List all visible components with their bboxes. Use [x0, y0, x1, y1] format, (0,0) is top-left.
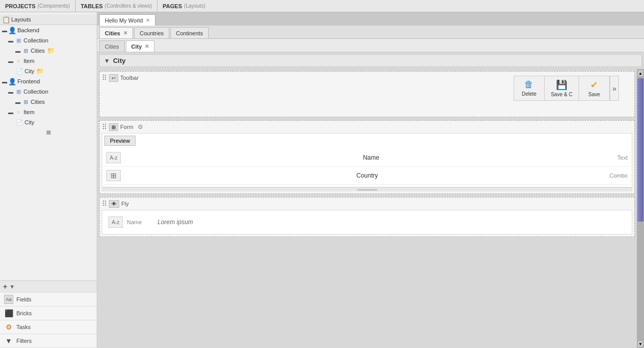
tasks-icon: ⚙	[4, 322, 13, 332]
frontend-cities-collapse: ▬	[15, 99, 20, 105]
tab2-countries-label: Countries	[140, 30, 164, 36]
frontend-collection-item[interactable]: ▬ ⊞ Collection	[0, 86, 97, 97]
filters-icon: ▼	[4, 336, 13, 345]
backend-section: ▬ 👤 Backend ▬ ⊞ Collection	[0, 25, 97, 76]
bricks-icon: ⬛	[4, 309, 13, 318]
backend-item[interactable]: ▬ 👤 Backend	[0, 25, 97, 35]
fields-label: Fields	[16, 296, 31, 302]
tab-countries[interactable]: Countries	[134, 27, 169, 38]
frontend-collection-label: Collection	[24, 89, 48, 95]
backend-collection-item[interactable]: ▬ ⊞ Collection	[0, 35, 97, 46]
field-name-label: Name	[125, 154, 617, 161]
layouts-header[interactable]: 📋 Layouts	[0, 14, 97, 25]
tab-cities-sub[interactable]: Cities	[99, 40, 125, 52]
cities-folder-icon: 📁	[47, 47, 55, 55]
main-scroll[interactable]: ⠿ ↩ Toolbar 🗑 Delete 💾	[97, 69, 637, 348]
item-icon: ○	[14, 57, 23, 65]
frontend-collapse-icon: ▬	[2, 79, 7, 84]
fly-icon: 👁	[109, 200, 119, 208]
tab-bar-2: Cities ✕ Countries Continents	[97, 26, 644, 39]
cities-item-frontend[interactable]: ▬ ⊞ Cities	[0, 97, 97, 107]
delete-button[interactable]: 🗑 Delete	[514, 76, 545, 100]
form-header: ⠿ ⊞ Form ⚙	[102, 123, 632, 131]
dropdown-arrow[interactable]: ▼	[9, 284, 15, 290]
pages-label: PAGES	[163, 3, 182, 9]
toolbar-icon: ↩	[109, 74, 118, 82]
form-scroll-indicator	[357, 189, 377, 191]
item-label-backend: Item	[24, 58, 34, 64]
save-button[interactable]: ✔ Save	[579, 76, 610, 100]
item-label-frontend: Item	[24, 109, 34, 115]
vertical-scrollbar[interactable]: ▲ ▼	[637, 69, 644, 348]
frontend-cities-icon: ⊞	[21, 98, 30, 106]
cities-item-backend[interactable]: ▬ ⊞ Cities 📁	[0, 46, 97, 56]
backend-item-section: ▬ ○ Item 📄 City 📁	[0, 56, 97, 76]
backend-icon: 👤	[8, 26, 16, 34]
delete-icon: 🗑	[524, 79, 534, 90]
save-close-icon: 💾	[556, 79, 567, 91]
cities-db-icon: ⊞	[21, 47, 30, 55]
frontend-collection: ▬ ⊞ Collection ▬ ⊞ Cities	[0, 86, 97, 107]
frontend-section: ▬ 👤 Frontend ▬ ⊞ Collection	[0, 76, 97, 127]
form-bottom-bar	[102, 187, 632, 191]
layouts-label: Layouts	[11, 16, 31, 23]
projects-section: PROJECTS (Components)	[0, 0, 76, 12]
collection-icon: ⊞	[14, 36, 23, 45]
backend-label: Backend	[17, 27, 39, 33]
fields-item[interactable]: Aa Fields	[0, 293, 97, 307]
city-item-backend[interactable]: 📄 City 📁	[0, 66, 97, 76]
form-settings-icon: ⚙	[138, 123, 143, 130]
tasks-item[interactable]: ⚙ Tasks	[0, 320, 97, 334]
frontend-item-row[interactable]: ▬ ○ Item	[0, 107, 97, 117]
add-button[interactable]: +	[3, 282, 7, 291]
form-drag-icon: ⠿	[102, 123, 107, 131]
tab3-city-close[interactable]: ✕	[145, 44, 149, 49]
form-inner: Preview A-z Name Text ⊞ Country	[102, 133, 632, 187]
tab-bar-3: Cities City ✕	[97, 39, 644, 52]
scroll-down-arrow[interactable]: ▼	[637, 340, 643, 347]
scroll-thumb[interactable]	[637, 78, 643, 222]
frontend-icon: 👤	[8, 77, 16, 85]
tab-bar-1: Hello My World ✕	[97, 12, 644, 26]
dot-divider	[0, 127, 97, 138]
city-header: ▼ City	[99, 54, 642, 67]
city-item-frontend[interactable]: 📄 City	[0, 117, 97, 127]
fly-header: ⠿ 👁 Fly	[102, 200, 632, 208]
bricks-item[interactable]: ⬛ Bricks	[0, 307, 97, 320]
field-name-icon: A-z	[106, 152, 121, 163]
fields-icon: Aa	[4, 295, 13, 304]
tab1-label: Hello My World	[105, 17, 143, 24]
fly-field-row: A-z Name Lorem ipsum	[106, 214, 628, 230]
content-area: Hello My World ✕ Cities ✕ Countries Cont…	[97, 12, 644, 348]
tab-continents[interactable]: Continents	[170, 27, 209, 38]
collection-collapse: ▬	[8, 38, 13, 44]
fly-field-value: Lorem ipsum	[158, 219, 193, 226]
city-page-icon: 📄	[15, 67, 24, 75]
frontend-item-section: ▬ ○ Item 📄 City	[0, 107, 97, 127]
tab-hello-my-world[interactable]: Hello My World ✕	[99, 14, 156, 26]
city-label-frontend: City	[25, 119, 34, 125]
collection-label: Collection	[24, 37, 48, 44]
tab-city-sub[interactable]: City ✕	[126, 40, 155, 52]
tab1-close[interactable]: ✕	[146, 17, 150, 23]
cities-collapse: ▬	[15, 48, 20, 54]
tab-cities[interactable]: Cities ✕	[99, 27, 133, 38]
toolbar-more-button[interactable]: »	[610, 76, 618, 100]
preview-button[interactable]: Preview	[104, 136, 136, 146]
save-and-close-button[interactable]: 💾 Save & C	[545, 76, 579, 100]
sidebar-btn-row: + ▼	[0, 281, 97, 293]
field-row-name: A-z Name Text	[104, 149, 630, 167]
filters-item[interactable]: ▼ Filters	[0, 334, 97, 348]
tab2-cities-label: Cities	[105, 30, 120, 36]
frontend-item-collapse: ▬	[8, 110, 13, 115]
tables-section: TABLES (Controllers & views)	[76, 0, 158, 12]
frontend-item[interactable]: ▬ 👤 Frontend	[0, 76, 97, 86]
save-label: Save	[588, 92, 600, 97]
city-label-backend: City	[25, 68, 34, 74]
tab2-cities-close[interactable]: ✕	[123, 30, 127, 36]
toolbar-drag-icon: ⠿	[102, 74, 107, 82]
scroll-up-arrow[interactable]: ▲	[637, 70, 643, 77]
backend-item-row[interactable]: ▬ ○ Item	[0, 56, 97, 66]
fly-field-name: Name	[127, 219, 158, 225]
city-chevron-icon: ▼	[104, 57, 110, 64]
